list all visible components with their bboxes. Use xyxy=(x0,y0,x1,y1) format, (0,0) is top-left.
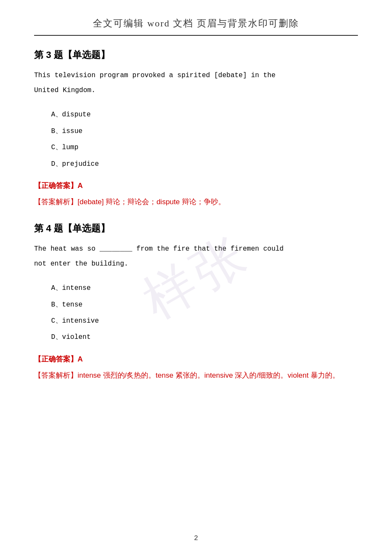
question-4-correct-answer: 【正确答案】A xyxy=(34,354,358,364)
header-section: 全文可编辑 word 文档 页眉与背景水印可删除 xyxy=(34,17,358,36)
question-3-title: 第 3 题【单选题】 xyxy=(34,49,358,61)
question-4-body: The heat was so ________ from the fire t… xyxy=(34,242,358,272)
question-3-correct-answer: 【正确答案】A xyxy=(34,181,358,191)
question-3-body: This television program provoked a spiri… xyxy=(34,68,358,98)
list-item: B、issue xyxy=(51,123,358,139)
list-item: A、intense xyxy=(51,280,358,296)
question-4-section: 第 4 题【单选题】 The heat was so ________ from… xyxy=(34,222,358,383)
question-3-section: 第 3 题【单选题】 This television program provo… xyxy=(34,49,358,209)
list-item: B、tense xyxy=(51,297,358,313)
question-4-analysis: 【答案解析】intense 强烈的/炙热的。tense 紧张的。intensiv… xyxy=(34,368,358,383)
question-3-options: A、dispute B、issue C、lump D、prejudice xyxy=(51,107,358,172)
list-item: D、prejudice xyxy=(51,156,358,172)
page-number: 2 xyxy=(194,535,198,542)
list-item: C、intensive xyxy=(51,313,358,329)
question-4-title: 第 4 题【单选题】 xyxy=(34,222,358,235)
header-title: 全文可编辑 word 文档 页眉与背景水印可删除 xyxy=(93,18,299,29)
list-item: A、dispute xyxy=(51,107,358,123)
question-3-analysis: 【答案解析】[debate] 辩论；辩论会；dispute 辩论；争吵。 xyxy=(34,195,358,209)
list-item: D、violent xyxy=(51,329,358,345)
question-4-options: A、intense B、tense C、intensive D、violent xyxy=(51,280,358,346)
list-item: C、lump xyxy=(51,139,358,156)
page-container: 样张 全文可编辑 word 文档 页眉与背景水印可删除 第 3 题【单选题】 T… xyxy=(0,0,392,555)
